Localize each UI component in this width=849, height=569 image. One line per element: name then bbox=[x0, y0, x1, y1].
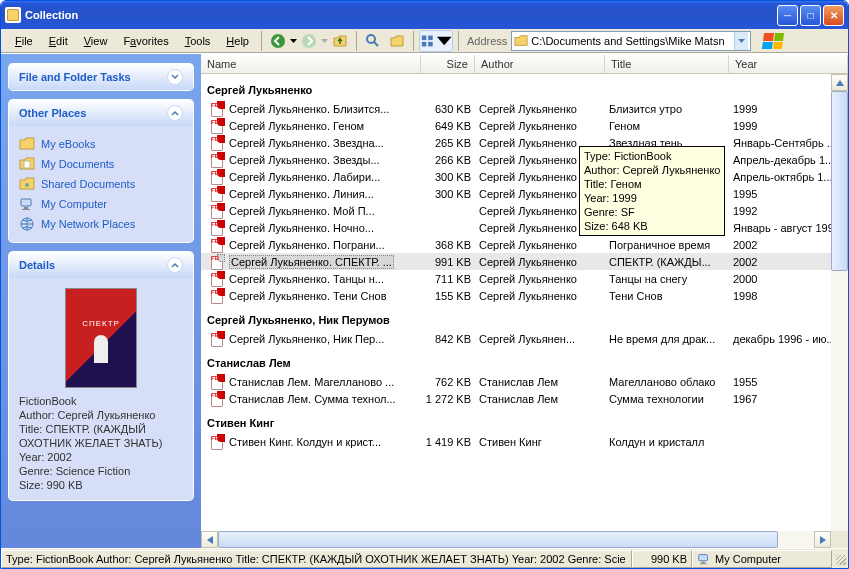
sidebar-item-my-network-places[interactable]: My Network Places bbox=[19, 214, 183, 234]
cell-year: 1995 bbox=[729, 188, 846, 200]
cell-size: 630 KB bbox=[421, 103, 475, 115]
cell-year: Апрель-декабрь 1... bbox=[729, 154, 846, 166]
scroll-right-button[interactable] bbox=[814, 531, 831, 548]
menu-view[interactable]: View bbox=[76, 33, 116, 49]
col-author[interactable]: Author bbox=[475, 55, 605, 73]
window-icon bbox=[5, 7, 21, 23]
address-dropdown-button[interactable] bbox=[734, 32, 748, 50]
scroll-track-h[interactable] bbox=[218, 531, 814, 548]
col-size[interactable]: Size bbox=[421, 55, 475, 73]
chevron-up-icon[interactable] bbox=[167, 105, 183, 121]
scroll-left-button[interactable] bbox=[201, 531, 218, 548]
menu-edit[interactable]: Edit bbox=[41, 33, 76, 49]
sidebar-item-my-ebooks[interactable]: My eBooks bbox=[19, 134, 183, 154]
file-row[interactable]: Станислав Лем. Сумма технол...1 272 KBСт… bbox=[201, 390, 848, 407]
panel-other-places: Other Places My eBooksMy DocumentsShared… bbox=[9, 100, 193, 242]
file-row[interactable]: Сергей Лукьяненко. Тени Снов155 KBСергей… bbox=[201, 287, 848, 304]
maximize-button[interactable]: □ bbox=[800, 5, 821, 26]
file-row[interactable]: Сергей Лукьяненко. Линия...300 KBСергей … bbox=[201, 185, 848, 202]
search-button[interactable] bbox=[362, 30, 384, 52]
chevron-up-icon[interactable] bbox=[167, 257, 183, 273]
folders-button[interactable] bbox=[386, 30, 408, 52]
fictionbook-icon bbox=[210, 331, 226, 347]
views-button[interactable] bbox=[419, 30, 453, 52]
col-year[interactable]: Year bbox=[729, 55, 848, 73]
cell-title: Сумма технологии bbox=[605, 393, 729, 405]
file-row[interactable]: Сергей Лукьяненко. Мой П...Сергей Лукьян… bbox=[201, 202, 848, 219]
minimize-button[interactable]: ─ bbox=[777, 5, 798, 26]
address-input[interactable] bbox=[531, 35, 734, 47]
group-header[interactable]: Сергей Лукьяненко bbox=[201, 74, 848, 100]
file-row[interactable]: Сергей Лукьяненко. Ночно...Сергей Лукьян… bbox=[201, 219, 848, 236]
cell-name: Сергей Лукьяненко. Геном bbox=[203, 118, 421, 134]
file-row[interactable]: Станислав Лем. Магелланово ...762 KBСтан… bbox=[201, 373, 848, 390]
sidebar-item-label: My eBooks bbox=[41, 138, 95, 150]
file-row[interactable]: Сергей Лукьяненко. Танцы н...711 KBСерге… bbox=[201, 270, 848, 287]
windows-logo-icon bbox=[755, 30, 791, 52]
file-row[interactable]: Сергей Лукьяненко. Звездна...265 KBСерге… bbox=[201, 134, 848, 151]
separator bbox=[356, 31, 357, 51]
file-row[interactable]: Сергей Лукьяненко. Звезды...266 KBСергей… bbox=[201, 151, 848, 168]
group-header[interactable]: Станислав Лем bbox=[201, 347, 848, 373]
chevron-down-icon[interactable] bbox=[167, 69, 183, 85]
file-row[interactable]: Стивен Кинг. Колдун и крист...1 419 KBСт… bbox=[201, 433, 848, 450]
cell-author: Сергей Лукьяненко bbox=[475, 239, 605, 251]
fictionbook-icon bbox=[210, 220, 226, 236]
file-row[interactable]: Сергей Лукьяненко, Ник Пер...842 KBСерге… bbox=[201, 330, 848, 347]
address-bar[interactable] bbox=[511, 31, 751, 51]
panel-title: Details bbox=[19, 259, 55, 271]
cell-name: Сергей Лукьяненко. Близится... bbox=[203, 101, 421, 117]
status-location: My Computer bbox=[692, 550, 832, 568]
cell-size: 762 KB bbox=[421, 376, 475, 388]
cell-name: Сергей Лукьяненко. Лабири... bbox=[203, 169, 421, 185]
tooltip-line: Size: 648 KB bbox=[584, 219, 720, 233]
cell-author: Сергей Лукьяненко bbox=[475, 273, 605, 285]
book-cover-thumbnail bbox=[65, 288, 137, 388]
menu-tools[interactable]: Tools bbox=[177, 33, 219, 49]
col-title[interactable]: Title bbox=[605, 55, 729, 73]
menu-file[interactable]: File bbox=[7, 33, 41, 49]
cell-name: Сергей Лукьяненко. Звездна... bbox=[203, 135, 421, 151]
resize-grip[interactable] bbox=[832, 551, 848, 567]
statusbar: Type: FictionBook Author: Сергей Лукьяне… bbox=[1, 548, 848, 568]
vertical-scrollbar[interactable] bbox=[831, 74, 848, 548]
file-row[interactable]: Сергей Лукьяненко. Геном649 KBСергей Лук… bbox=[201, 117, 848, 134]
panel-header-places[interactable]: Other Places bbox=[9, 100, 193, 126]
forward-button[interactable] bbox=[298, 30, 320, 52]
cell-name: Сергей Лукьяненко. Мой П... bbox=[203, 203, 421, 219]
cell-size: 300 KB bbox=[421, 188, 475, 200]
back-dropdown-icon[interactable] bbox=[290, 39, 297, 43]
menu-favorites[interactable]: Favorites bbox=[115, 33, 176, 49]
close-button[interactable]: ✕ bbox=[823, 5, 844, 26]
up-button[interactable] bbox=[329, 30, 351, 52]
scroll-track[interactable] bbox=[831, 91, 848, 531]
file-list[interactable]: Сергей ЛукьяненкоСергей Лукьяненко. Близ… bbox=[201, 74, 848, 548]
sidebar-item-my-documents[interactable]: My Documents bbox=[19, 154, 183, 174]
cell-year: Апрель-октябрь 1... bbox=[729, 171, 846, 183]
sidebar-item-my-computer[interactable]: My Computer bbox=[19, 194, 183, 214]
scroll-thumb[interactable] bbox=[831, 91, 848, 271]
svg-rect-13 bbox=[699, 554, 708, 560]
cell-author: Стивен Кинг bbox=[475, 436, 605, 448]
file-row[interactable]: Сергей Лукьяненко. Лабири...300 KBСергей… bbox=[201, 168, 848, 185]
horizontal-scrollbar[interactable] bbox=[201, 531, 831, 548]
panel-title: File and Folder Tasks bbox=[19, 71, 131, 83]
fictionbook-icon bbox=[210, 101, 226, 117]
forward-dropdown-icon[interactable] bbox=[321, 39, 328, 43]
sidebar-item-label: My Documents bbox=[41, 158, 114, 170]
sidebar-item-shared-documents[interactable]: Shared Documents bbox=[19, 174, 183, 194]
cell-author: Сергей Лукьяненко bbox=[475, 120, 605, 132]
panel-header-tasks[interactable]: File and Folder Tasks bbox=[9, 64, 193, 90]
menu-help[interactable]: Help bbox=[218, 33, 257, 49]
detail-title-1: Title: СПЕКТР. (КАЖДЫЙ bbox=[19, 422, 183, 436]
file-row[interactable]: Сергей Лукьяненко. Пограни...368 KBСерге… bbox=[201, 236, 848, 253]
file-row[interactable]: Сергей Лукьяненко. Близится...630 KBСерг… bbox=[201, 100, 848, 117]
group-header[interactable]: Стивен Кинг bbox=[201, 407, 848, 433]
scroll-up-button[interactable] bbox=[831, 74, 848, 91]
group-header[interactable]: Сергей Лукьяненко, Ник Перумов bbox=[201, 304, 848, 330]
file-row[interactable]: Сергей Лукьяненко. СПЕКТР. ...991 KBСерг… bbox=[201, 253, 848, 270]
col-name[interactable]: Name bbox=[201, 55, 421, 73]
back-button[interactable] bbox=[267, 30, 289, 52]
panel-header-details[interactable]: Details bbox=[9, 252, 193, 278]
scroll-thumb-h[interactable] bbox=[218, 531, 778, 548]
